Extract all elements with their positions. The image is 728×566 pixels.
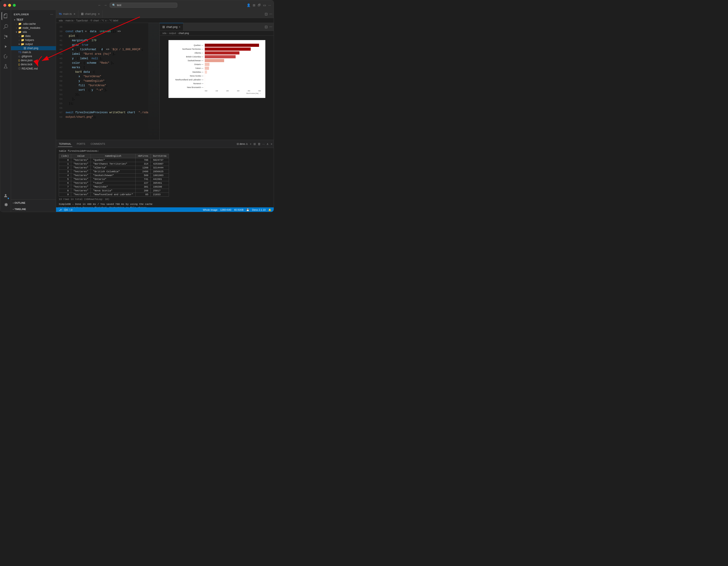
- cell-nbfires: 85: [136, 193, 151, 197]
- cell-nbfires: 741: [136, 178, 151, 181]
- chart-bar: [205, 78, 205, 81]
- preview-panel: 🖼 chart.png × ⊡ ··· sda › output › char: [160, 23, 274, 140]
- timeline-section: › TIMELINE: [11, 206, 56, 212]
- search-activity-icon[interactable]: [2, 23, 10, 31]
- maximize-button[interactable]: [13, 4, 16, 7]
- cell-idx: 7: [59, 185, 71, 189]
- tab-comments[interactable]: COMMENTS: [90, 141, 106, 147]
- test-icon[interactable]: [2, 62, 10, 71]
- main-layout: 1 EXPLORER ··· ▼ TEST › 📁 .sda-cache: [0, 10, 274, 212]
- chart-bar-row: Nova Scotia —: [172, 74, 261, 77]
- tab-close-button[interactable]: ×: [73, 12, 75, 16]
- chart-bar-label: Newfoundland and Labrador —: [172, 79, 205, 81]
- json-icon: {}: [18, 59, 20, 62]
- file-label: .gitignore: [21, 55, 32, 58]
- cell-idx: 9: [59, 193, 71, 197]
- explorer-icon[interactable]: [2, 12, 10, 20]
- list-item[interactable]: {} deno.lock: [11, 62, 56, 66]
- split-terminal-icon[interactable]: ⊞: [253, 142, 256, 146]
- outline-label: OUTLINE: [14, 202, 25, 204]
- preview-tab-close-button[interactable]: ×: [179, 25, 180, 29]
- list-item[interactable]: › 📁 helpers: [11, 38, 56, 42]
- chart-bar-row: Quebec —: [172, 44, 261, 47]
- search-input[interactable]: [117, 4, 175, 7]
- preview-content: Quebec —Northwest Territories —Alberta —…: [160, 36, 274, 140]
- list-item[interactable]: ◇ .gitignore: [11, 54, 56, 58]
- chart-bar-row: Nunavut —: [172, 82, 261, 85]
- chart-bar: [205, 51, 239, 55]
- account-icon[interactable]: 👤: [247, 3, 250, 7]
- breadcrumb-label-icon: ⌥: [109, 19, 112, 22]
- list-item[interactable]: › 📁 .sda-cache: [11, 22, 56, 26]
- search-icon: 🔍: [112, 4, 116, 7]
- list-item[interactable]: 🖼 chart.png: [11, 46, 56, 50]
- preview-tab-label: chart.png: [166, 25, 177, 29]
- terminal-content[interactable]: table firesInsideProvinces: (idx) value …: [56, 148, 274, 207]
- timeline-header[interactable]: › TIMELINE: [11, 207, 56, 212]
- minimize-button[interactable]: [8, 4, 11, 7]
- close-button[interactable]: [3, 4, 6, 7]
- source-control-icon[interactable]: [2, 33, 10, 41]
- kill-terminal-icon[interactable]: 🗑: [258, 142, 261, 146]
- extensions-icon[interactable]: [2, 52, 10, 61]
- activity-bar-bottom: 1: [2, 192, 10, 211]
- window-icon[interactable]: 🗗: [258, 3, 261, 7]
- file-label: chart.png: [27, 47, 38, 50]
- back-button[interactable]: ←: [97, 3, 102, 7]
- new-terminal-icon[interactable]: +: [250, 142, 252, 146]
- col-value: value: [71, 154, 91, 158]
- code-line: [66, 25, 148, 29]
- tree-root[interactable]: ▼ TEST: [11, 18, 56, 22]
- code-line: });: [66, 101, 148, 106]
- terminal-tabs: TERMINAL PORTS COMMENTS ⊡ deno ⚠ + ⊞ 🗑 ·…: [56, 140, 274, 148]
- chart-bar-label: Manitoba —: [172, 71, 205, 73]
- tab-ports[interactable]: PORTS: [76, 141, 86, 147]
- line-numbers: 3839404142 4344454647 4849505152 5354555…: [56, 23, 65, 140]
- tab-terminal[interactable]: TERMINAL: [58, 141, 72, 147]
- table-row: 0 "hectares" "Quebec" 706 5024737: [59, 158, 169, 162]
- list-item[interactable]: ⓘ README.md: [11, 66, 56, 71]
- outline-header[interactable]: › OUTLINE: [11, 201, 56, 205]
- git-icon: ◇: [18, 55, 20, 58]
- error-count[interactable]: ⓪0 △0: [64, 208, 72, 212]
- tab-main-ts[interactable]: TS main.ts ×: [56, 10, 78, 18]
- list-item[interactable]: ▼ 📂 sda: [11, 30, 56, 34]
- more-terminal-icon[interactable]: ···: [262, 142, 265, 146]
- chart-bar: [205, 48, 251, 51]
- forward-button[interactable]: →: [103, 3, 108, 7]
- tab-close-chart-button[interactable]: ×: [98, 12, 100, 16]
- tab-preview-chart[interactable]: 🖼 chart.png ×: [160, 23, 183, 31]
- git-branch-icon: ⎇: [59, 209, 62, 212]
- cell-name: "Quebec": [91, 158, 136, 162]
- tab-label: chart.png: [85, 12, 96, 16]
- chevron-up-icon[interactable]: ∧: [266, 142, 269, 146]
- preview-split-icon[interactable]: ⊡: [265, 25, 268, 29]
- table-row: 3 "hectares" "British Columbia" 2496 285…: [59, 170, 169, 174]
- image-icon: 🖼: [24, 47, 26, 50]
- more-editor-icon[interactable]: ···: [269, 12, 272, 16]
- cell-burntarea: 25017: [151, 189, 169, 193]
- search-bar[interactable]: 🔍: [110, 3, 177, 8]
- preview-tabs: 🖼 chart.png × ⊡ ···: [160, 23, 274, 31]
- preview-more-icon[interactable]: ···: [269, 25, 272, 29]
- sidebar-more-button[interactable]: ···: [50, 12, 53, 16]
- list-item[interactable]: TS main.ts: [11, 50, 56, 54]
- cell-value: "hectares": [71, 174, 91, 178]
- layout-icon[interactable]: ⊞: [253, 3, 255, 7]
- run-icon[interactable]: [2, 43, 10, 51]
- list-item[interactable]: {} deno.json: [11, 58, 56, 62]
- code-content[interactable]: 3839404142 4344454647 4849505152 5354555…: [56, 23, 159, 140]
- notification-icon[interactable]: 🔔: [268, 209, 271, 212]
- close-terminal-icon[interactable]: ×: [271, 142, 272, 146]
- pb-sep: ›: [167, 32, 168, 34]
- folder-arrow-icon: ▼: [17, 43, 21, 46]
- account-activity-icon[interactable]: 1: [2, 192, 10, 200]
- list-item[interactable]: › 📁 node_modules: [11, 26, 56, 30]
- list-item[interactable]: › 📁 data: [11, 34, 56, 38]
- sidebar-icon[interactable]: ▭: [263, 3, 266, 7]
- settings-icon[interactable]: [2, 201, 10, 209]
- more-icon[interactable]: ···: [268, 3, 271, 7]
- tab-chart-png[interactable]: 🖼 chart.png ×: [78, 10, 103, 18]
- list-item[interactable]: ▼ 📂 output: [11, 42, 56, 46]
- split-editor-icon[interactable]: ⊡: [265, 12, 268, 16]
